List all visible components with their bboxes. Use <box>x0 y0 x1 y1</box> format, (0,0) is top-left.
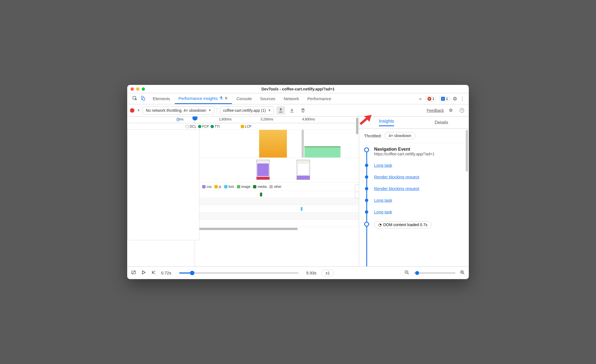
zoom-slider[interactable] <box>414 272 455 274</box>
insight-link[interactable]: Long task <box>374 198 392 203</box>
insight-dom-content-loaded[interactable]: ◔DOM content loaded 0.7s <box>364 221 464 228</box>
insight-item[interactable]: Long task <box>364 209 464 214</box>
throttled-pill[interactable]: 4× slowdown <box>384 132 415 139</box>
tab-elements[interactable]: Elements <box>149 93 174 104</box>
record-button[interactable] <box>130 108 134 113</box>
chevron-down-icon: ▼ <box>208 109 211 112</box>
play-button[interactable] <box>141 270 146 276</box>
tab-network[interactable]: Network <box>280 93 303 104</box>
minimize-window-button[interactable] <box>136 87 139 91</box>
transport-bar: 0.72s 5.93s x1 <box>127 266 469 279</box>
lcp-block[interactable] <box>259 130 287 158</box>
devtools-window: DevTools - coffee-cart.netlify.app/?ad=1… <box>127 85 469 279</box>
time-start-label: 0.72s <box>161 271 171 275</box>
legend-image[interactable]: image <box>237 185 251 189</box>
main-tabs: Elements Performance insights ⚗ ✕ Consol… <box>127 93 469 104</box>
insight-link[interactable]: Long task <box>374 163 392 168</box>
ruler-tick: 4,800ms <box>302 117 315 121</box>
insight-item[interactable]: Render blocking request <box>364 186 464 191</box>
window-title: DevTools - coffee-cart.netlify.app/?ad=1 <box>131 87 465 91</box>
marker-dcl[interactable]: DCL <box>186 125 196 128</box>
timeline-pane[interactable]: 0ms 1,600ms 3,200ms 4,800ms ◯ DCL FCP TT… <box>127 117 359 266</box>
insight-title: Navigation Event <box>374 147 464 152</box>
legend-js[interactable]: js <box>214 185 221 189</box>
insight-link[interactable]: Render blocking request <box>374 175 419 179</box>
insight-item[interactable]: Long task <box>364 163 464 168</box>
legend-font[interactable]: font <box>224 185 234 189</box>
overview-block[interactable] <box>304 146 340 158</box>
close-tab-icon[interactable]: ✕ <box>224 96 228 101</box>
device-toggle-icon[interactable] <box>141 96 146 102</box>
insights-toolbar: ▼ No network throttling, 4× slowdown ▼ c… <box>127 104 469 117</box>
toggle-screenshot-icon[interactable] <box>131 270 136 276</box>
issues-count: 1 <box>446 97 448 101</box>
tab-sources[interactable]: Sources <box>256 93 279 104</box>
export-button[interactable] <box>277 106 285 115</box>
tab-console[interactable]: Console <box>232 93 256 104</box>
legend-css[interactable]: css <box>202 185 212 189</box>
filmstrip-thumb[interactable] <box>256 160 270 180</box>
vertical-scrollbar[interactable] <box>355 117 359 150</box>
marker-fcp[interactable]: FCP <box>198 125 209 128</box>
marker-lcp[interactable]: LCP <box>241 125 251 128</box>
recording-dropdown[interactable]: coffee-cart.netlify.app (1) ▼ <box>220 106 274 115</box>
traffic-lights <box>131 87 145 91</box>
insight-url: https://coffee-cart.netlify.app/?ad=1 <box>374 152 464 156</box>
insight-item[interactable]: Render blocking request <box>364 175 464 180</box>
feedback-link[interactable]: Feedback <box>427 108 444 113</box>
insight-item[interactable]: Long task <box>364 198 464 203</box>
filmstrip-preview-popup <box>127 129 199 240</box>
insights-list[interactable]: Navigation Event https://coffee-cart.net… <box>359 143 469 266</box>
throttled-label: Throttled: <box>364 133 382 138</box>
ruler-tick: 1,600ms <box>219 117 232 121</box>
vertical-scrollbar[interactable] <box>465 129 468 240</box>
clock-icon: ◔ <box>378 223 382 227</box>
record-dropdown-caret[interactable]: ▼ <box>137 109 140 112</box>
close-window-button[interactable] <box>131 87 134 91</box>
insights-pane: Insights Details Throttled: 4× slowdown … <box>359 117 469 266</box>
legend-other[interactable]: other <box>269 185 281 189</box>
tab-details[interactable]: Details <box>414 117 469 128</box>
ruler-tick: 3,200ms <box>261 117 273 121</box>
legend-media[interactable]: media <box>253 185 267 189</box>
titlebar: DevTools - coffee-cart.netlify.app/?ad=1 <box>127 85 469 93</box>
svg-line-6 <box>407 273 409 274</box>
tab-insights[interactable]: Insights <box>359 117 414 128</box>
help-icon[interactable]: ? <box>458 106 466 115</box>
maximize-window-button[interactable] <box>142 87 145 91</box>
time-ruler[interactable]: 0ms 1,600ms 3,200ms 4,800ms <box>127 117 359 123</box>
throttling-dropdown[interactable]: No network throttling, 4× slowdown ▼ <box>143 106 214 115</box>
insight-navigation-event[interactable]: Navigation Event https://coffee-cart.net… <box>364 147 464 156</box>
filmstrip-thumb[interactable] <box>297 160 310 180</box>
inspect-icon[interactable] <box>132 96 137 102</box>
content-area: 0ms 1,600ms 3,200ms 4,800ms ◯ DCL FCP TT… <box>127 117 469 266</box>
insight-link[interactable]: Render blocking request <box>374 186 419 191</box>
timeline-node-icon <box>364 147 369 152</box>
zoom-in-icon[interactable] <box>460 270 465 276</box>
metrics-markers: ◯ DCL FCP TTI LCP <box>127 123 359 130</box>
time-slider[interactable] <box>179 272 299 274</box>
more-menu-icon[interactable]: ⋮ <box>460 96 465 102</box>
delete-button[interactable] <box>299 106 307 115</box>
import-button[interactable] <box>288 106 296 115</box>
error-badge[interactable]: ✕1 <box>425 96 436 101</box>
rewind-button[interactable] <box>151 270 156 276</box>
insight-link[interactable]: Long task <box>374 209 392 214</box>
throttling-label: No network throttling, 4× slowdown <box>146 108 206 113</box>
zoom-out-icon[interactable] <box>404 270 409 276</box>
expand-sidebar-button[interactable]: › <box>355 184 359 198</box>
error-count: 1 <box>432 97 434 101</box>
tab-performance[interactable]: Performance <box>304 93 335 104</box>
flask-icon: ⚗ <box>219 96 223 101</box>
issues-badge[interactable]: ≡1 <box>439 96 450 101</box>
settings-gear-icon[interactable]: ⚙ <box>453 96 457 102</box>
time-end-label: 5.93s <box>306 271 317 275</box>
tab-performance-insights[interactable]: Performance insights ⚗ ✕ <box>175 93 232 104</box>
marker-tti[interactable]: TTI <box>211 125 220 128</box>
panel-settings-icon[interactable]: ⚙ <box>447 106 455 115</box>
zoom-controls <box>404 270 465 276</box>
tabs-overflow-button[interactable]: » <box>418 96 422 101</box>
playback-speed-pill[interactable]: x1 <box>321 270 334 276</box>
playhead-ring-icon: ◯ <box>176 117 180 121</box>
divider <box>217 107 217 114</box>
